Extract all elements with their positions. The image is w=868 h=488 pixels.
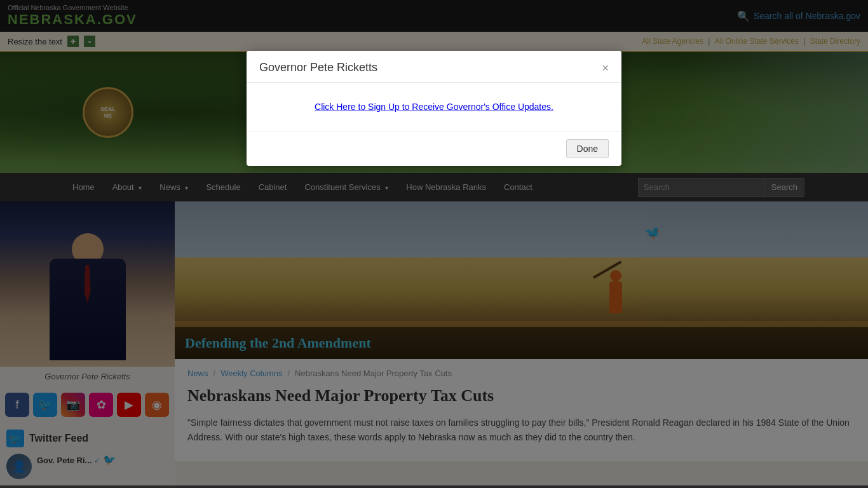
modal-header: Governor Pete Ricketts × xyxy=(247,51,621,83)
modal-footer: Done xyxy=(247,131,621,166)
modal-close-button[interactable]: × xyxy=(602,62,609,74)
modal-overlay[interactable]: Governor Pete Ricketts × Click Here to S… xyxy=(0,0,868,485)
modal-body: Click Here to Sign Up to Receive Governo… xyxy=(247,83,621,131)
modal-dialog: Governor Pete Ricketts × Click Here to S… xyxy=(247,51,621,166)
modal-done-button[interactable]: Done xyxy=(566,139,609,158)
modal-title: Governor Pete Ricketts xyxy=(259,61,377,74)
modal-signup-link[interactable]: Click Here to Sign Up to Receive Governo… xyxy=(315,102,553,112)
